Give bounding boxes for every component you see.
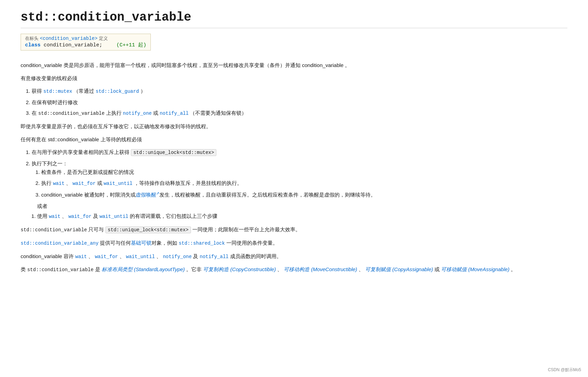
para-4: 任何有意在 std::condition_variable 上等待的线程必须: [21, 135, 567, 144]
shared-lock-link[interactable]: std::shared_lock: [179, 241, 225, 246]
wait-for-link-2[interactable]: wait_for: [68, 214, 91, 219]
since-label: (C++11 起): [116, 42, 146, 48]
main-content: condition_variable 类是同步原语，能用于阻塞一个线程，或同时阻…: [21, 61, 567, 274]
move-assignable-link[interactable]: 可移动赋值 (MoveAssignable): [441, 266, 509, 272]
notify-all-link-1[interactable]: notify_all: [160, 111, 189, 116]
list-2-inner: 检查条件，是否为已更新或提醒它的情况 执行 wait 、 wait_for 或 …: [41, 168, 567, 199]
list-1: 获得 std::mutex （常通过 std::lock_guard ） 在保有…: [32, 87, 567, 118]
or-label: 或者: [37, 203, 567, 210]
para-8: 类 std::condition_variable 是 标准布局类型 (Stan…: [21, 265, 567, 274]
header-definition-box: 在标头 <condition_variable> 定义 class condit…: [21, 34, 151, 51]
para-5: std::condition_variable 只可与 std::unique_…: [21, 225, 567, 234]
wait-until-link-2[interactable]: wait_until: [100, 214, 128, 219]
basic-lockable-link[interactable]: 基础可锁: [131, 240, 151, 246]
list-1-item-1: 获得 std::mutex （常通过 std::lock_guard ）: [32, 87, 567, 96]
class-declaration: class condition_variable; (C++11 起): [25, 42, 146, 48]
class-keyword: class: [25, 42, 41, 48]
wait-for-link-3[interactable]: wait_for: [95, 254, 118, 259]
standard-layout-link[interactable]: 标准布局类型 (StandardLayoutType): [102, 266, 185, 272]
unique-lock-code: std::unique_lock<std::mutex>: [131, 149, 216, 156]
list-1-item-3: 在 std::condition_variable 上执行 notify_one…: [32, 109, 567, 118]
wait-link-3[interactable]: wait: [75, 254, 87, 259]
para-3: 即使共享变量是原子的，也必须在互斥下修改它，以正确地发布修改到等待的线程。: [21, 122, 567, 131]
ext-icon: ➚: [156, 191, 159, 195]
list-1-item-2: 在保有锁时进行修改: [32, 98, 567, 107]
para-1-text: condition_variable 类是同步原语，能用于阻塞一个线程，或同时阻…: [21, 62, 350, 68]
cv-any-link[interactable]: std::condition_variable_any: [21, 241, 99, 246]
class-name-text: condition_variable;: [44, 42, 102, 48]
lock-guard-link[interactable]: std::lock_guard: [96, 89, 139, 94]
list-2-item-2: 执行下列之一： 检查条件，是否为已更新或提醒它的情况 执行 wait 、 wai…: [32, 159, 567, 199]
copy-constructible-link[interactable]: 可复制构造 (CopyConstructible): [203, 266, 276, 272]
cv-ref-3: std::condition_variable: [27, 267, 93, 273]
move-constructible-link[interactable]: 可移动构造 (MoveConstructible): [284, 266, 357, 272]
para-2: 有意修改变量的线程必须: [21, 74, 567, 83]
page-title: std::condition_variable: [21, 10, 567, 28]
list-2-inner-3: condition_variable 被通知时，时限消失或虚假唤醒➚发生，线程被…: [41, 190, 567, 199]
list-3-item-1: 使用 wait 、 wait_for 及 wait_until 的有谓词重载，它…: [37, 212, 567, 221]
notify-one-link-1[interactable]: notify_one: [123, 111, 152, 116]
list-2-inner-2: 执行 wait 、 wait_for 或 wait_until ，等待操作自动释…: [41, 179, 567, 188]
unique-lock-code-2: std::unique_lock<std::mutex>: [105, 226, 191, 233]
mutex-link[interactable]: std::mutex: [43, 89, 72, 94]
defined-in-label: 在标头: [25, 36, 38, 41]
wait-link-1[interactable]: wait: [53, 181, 65, 186]
list-2-item-1: 在与用于保护共享变量者相同的互斥上获得 std::unique_lock<std…: [32, 148, 567, 157]
para-6: std::condition_variable_any 提供可与任何基础可锁对象…: [21, 239, 567, 248]
notify-all-link-2[interactable]: notify_all: [200, 254, 229, 259]
wait-until-link-1[interactable]: wait_until: [104, 181, 133, 186]
copy-assignable-link[interactable]: 可复制赋值 (CopyAssignable): [365, 266, 433, 272]
spurious-wakeup-link[interactable]: 虚假唤醒: [136, 192, 156, 198]
list-2-inner-1: 检查条件，是否为已更新或提醒它的情况: [41, 168, 567, 177]
list-3: 使用 wait 、 wait_for 及 wait_until 的有谓词重载，它…: [37, 212, 567, 221]
defined-suffix: 定义: [99, 36, 108, 41]
cv-ref-1: std::condition_variable: [38, 111, 104, 116]
wait-for-link-1[interactable]: wait_for: [72, 181, 95, 186]
wait-until-link-3[interactable]: wait_until: [126, 254, 155, 259]
wait-link-2[interactable]: wait: [49, 214, 60, 219]
para-1: condition_variable 类是同步原语，能用于阻塞一个线程，或同时阻…: [21, 61, 567, 70]
cv-ref-2: std::condition_variable: [21, 227, 87, 233]
notify-one-link-2[interactable]: notify_one: [163, 254, 192, 259]
header-defined-in: 在标头 <condition_variable> 定义: [25, 35, 146, 42]
header-file-link[interactable]: <condition_variable>: [40, 36, 98, 41]
para-7: condition_variable 容许 wait 、 wait_for 、 …: [21, 252, 567, 261]
list-2: 在与用于保护共享变量者相同的互斥上获得 std::unique_lock<std…: [32, 148, 567, 199]
